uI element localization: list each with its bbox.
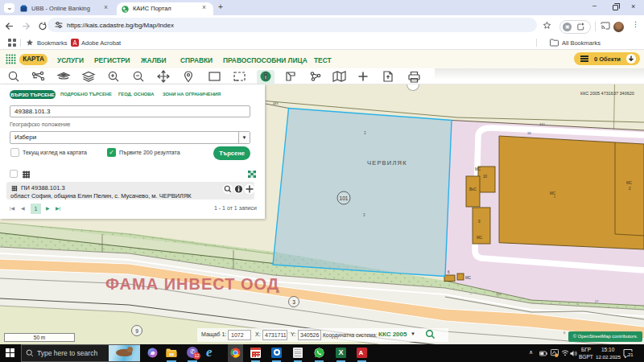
svg-text:ККС 2005 4731637 340620: ККС 2005 4731637 340620 [580, 91, 634, 96]
svg-text:443: 443 [273, 102, 278, 105]
svg-text:101: 101 [340, 195, 349, 201]
svg-text:17: 17 [595, 299, 599, 303]
svg-text:←: ← [522, 295, 525, 299]
svg-text:192: 192 [496, 292, 502, 296]
svg-text:1: 1 [554, 195, 555, 199]
svg-text:МС: МС [626, 181, 633, 185]
svg-text:МС: МС [477, 236, 483, 240]
svg-text:10: 10 [483, 175, 488, 179]
svg-text:МС: МС [475, 167, 481, 171]
svg-text:ВиС: ВиС [469, 187, 477, 191]
svg-text:18: 18 [527, 131, 531, 135]
svg-text:ЧЕРВИЛЯК: ЧЕРВИЛЯК [367, 159, 407, 167]
svg-text:←: ← [576, 302, 580, 306]
svg-text:←: ← [469, 291, 473, 295]
svg-text:МС: МС [465, 276, 472, 280]
svg-text:9: 9 [135, 328, 138, 334]
svg-text:ФАМА ИНВЕСТ ООД: ФАМА ИНВЕСТ ООД [105, 275, 279, 293]
svg-text:442: 442 [539, 122, 545, 126]
svg-text:3: 3 [292, 299, 295, 305]
